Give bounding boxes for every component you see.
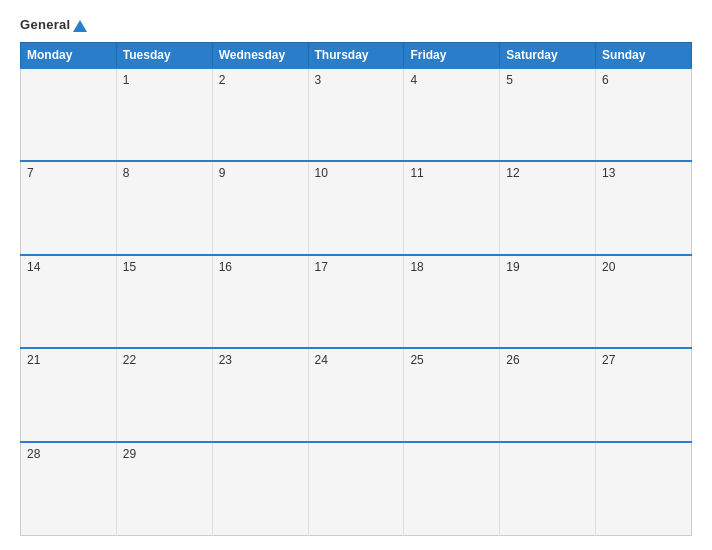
calendar-day-cell: 17 <box>308 255 404 349</box>
calendar-day-cell: 15 <box>116 255 212 349</box>
weekday-header-tuesday: Tuesday <box>116 42 212 68</box>
calendar-header: General <box>20 18 692 32</box>
weekday-header-sunday: Sunday <box>596 42 692 68</box>
calendar-day-cell: 18 <box>404 255 500 349</box>
calendar-tbody: 1234567891011121314151617181920212223242… <box>21 68 692 536</box>
weekday-header-row: MondayTuesdayWednesdayThursdayFridaySatu… <box>21 42 692 68</box>
day-number: 12 <box>506 166 519 180</box>
day-number: 1 <box>123 73 130 87</box>
day-number: 4 <box>410 73 417 87</box>
calendar-day-cell: 19 <box>500 255 596 349</box>
day-number: 10 <box>315 166 328 180</box>
calendar-day-cell: 10 <box>308 161 404 255</box>
day-number: 13 <box>602 166 615 180</box>
calendar-day-cell: 28 <box>21 442 117 536</box>
day-number: 23 <box>219 353 232 367</box>
logo-general-text: General <box>20 18 87 32</box>
calendar-day-cell: 2 <box>212 68 308 162</box>
calendar-table: MondayTuesdayWednesdayThursdayFridaySatu… <box>20 42 692 536</box>
calendar-day-cell <box>500 442 596 536</box>
day-number: 22 <box>123 353 136 367</box>
weekday-header-friday: Friday <box>404 42 500 68</box>
calendar-week-row: 78910111213 <box>21 161 692 255</box>
calendar-day-cell: 16 <box>212 255 308 349</box>
calendar-day-cell: 13 <box>596 161 692 255</box>
calendar-day-cell: 27 <box>596 348 692 442</box>
calendar-week-row: 14151617181920 <box>21 255 692 349</box>
day-number: 9 <box>219 166 226 180</box>
day-number: 17 <box>315 260 328 274</box>
calendar-day-cell: 20 <box>596 255 692 349</box>
calendar-week-row: 123456 <box>21 68 692 162</box>
calendar-day-cell: 26 <box>500 348 596 442</box>
calendar-thead: MondayTuesdayWednesdayThursdayFridaySatu… <box>21 42 692 68</box>
day-number: 5 <box>506 73 513 87</box>
day-number: 25 <box>410 353 423 367</box>
calendar-day-cell <box>308 442 404 536</box>
calendar-page: General MondayTuesdayWednesdayThursdayFr… <box>0 0 712 550</box>
calendar-day-cell: 6 <box>596 68 692 162</box>
calendar-day-cell: 8 <box>116 161 212 255</box>
calendar-day-cell: 3 <box>308 68 404 162</box>
calendar-day-cell: 5 <box>500 68 596 162</box>
day-number: 15 <box>123 260 136 274</box>
calendar-week-row: 21222324252627 <box>21 348 692 442</box>
day-number: 18 <box>410 260 423 274</box>
calendar-day-cell <box>21 68 117 162</box>
logo: General <box>20 18 87 32</box>
day-number: 19 <box>506 260 519 274</box>
calendar-week-row: 2829 <box>21 442 692 536</box>
day-number: 28 <box>27 447 40 461</box>
day-number: 26 <box>506 353 519 367</box>
day-number: 24 <box>315 353 328 367</box>
day-number: 11 <box>410 166 423 180</box>
calendar-day-cell: 14 <box>21 255 117 349</box>
day-number: 14 <box>27 260 40 274</box>
day-number: 3 <box>315 73 322 87</box>
calendar-day-cell: 23 <box>212 348 308 442</box>
calendar-day-cell: 7 <box>21 161 117 255</box>
calendar-day-cell: 29 <box>116 442 212 536</box>
calendar-day-cell: 22 <box>116 348 212 442</box>
calendar-day-cell <box>596 442 692 536</box>
calendar-day-cell: 9 <box>212 161 308 255</box>
day-number: 6 <box>602 73 609 87</box>
day-number: 21 <box>27 353 40 367</box>
day-number: 29 <box>123 447 136 461</box>
logo-triangle-icon <box>73 20 87 32</box>
day-number: 27 <box>602 353 615 367</box>
calendar-day-cell: 21 <box>21 348 117 442</box>
calendar-day-cell: 1 <box>116 68 212 162</box>
calendar-day-cell: 12 <box>500 161 596 255</box>
calendar-day-cell: 24 <box>308 348 404 442</box>
calendar-day-cell <box>212 442 308 536</box>
weekday-header-thursday: Thursday <box>308 42 404 68</box>
calendar-day-cell <box>404 442 500 536</box>
weekday-header-monday: Monday <box>21 42 117 68</box>
day-number: 16 <box>219 260 232 274</box>
day-number: 2 <box>219 73 226 87</box>
day-number: 20 <box>602 260 615 274</box>
calendar-day-cell: 25 <box>404 348 500 442</box>
weekday-header-saturday: Saturday <box>500 42 596 68</box>
calendar-day-cell: 4 <box>404 68 500 162</box>
day-number: 8 <box>123 166 130 180</box>
day-number: 7 <box>27 166 34 180</box>
weekday-header-wednesday: Wednesday <box>212 42 308 68</box>
calendar-day-cell: 11 <box>404 161 500 255</box>
